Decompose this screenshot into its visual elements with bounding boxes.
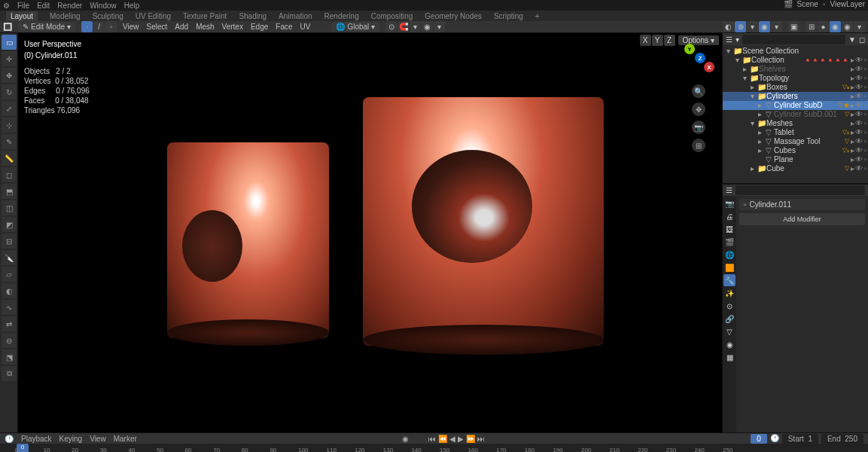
tool-extrude[interactable]: ⬒	[2, 184, 17, 199]
tree-row[interactable]: ▸📁Cube▽▸👁▫	[723, 164, 868, 173]
ptab-render[interactable]: 📷	[723, 197, 736, 209]
tree-row[interactable]: ▾📁Meshes▸👁▫	[723, 119, 868, 128]
face-select-button[interactable]: ▫	[105, 21, 117, 32]
tool-edgeslide[interactable]: ⇄	[2, 316, 17, 331]
ptab-constraints[interactable]: 🔗	[723, 313, 736, 325]
timeline-ruler[interactable]: 0 01020304050607080901001101201301401501…	[0, 444, 868, 452]
tree-row[interactable]: ▾📁Cylinders▸👁▫	[723, 92, 868, 101]
menu-add[interactable]: Add	[175, 23, 188, 31]
tab-layout[interactable]: Layout	[6, 11, 38, 21]
tree-row[interactable]: ▸▽Cubes▽₂▸👁▫	[723, 146, 868, 155]
perspective-icon[interactable]: ⊞	[692, 139, 705, 152]
menu-window[interactable]: Window	[90, 2, 117, 10]
tab-shading[interactable]: Shading	[239, 12, 266, 20]
zoom-icon[interactable]: 🔍	[692, 84, 705, 98]
rendered-shading-button[interactable]: ◉	[842, 21, 853, 32]
tl-menu-view[interactable]: View	[90, 435, 106, 443]
overlay-toggle-button[interactable]: ◉	[759, 21, 770, 32]
tab-modeling[interactable]: Modeling	[50, 12, 81, 20]
ptab-world[interactable]: 🌐	[723, 249, 736, 261]
tab-add[interactable]: +	[535, 12, 540, 20]
snap-button[interactable]: 🧲	[397, 21, 409, 32]
new-collection-icon[interactable]: ◻	[859, 35, 865, 44]
axis-y-lock[interactable]: Y	[652, 35, 663, 46]
clock-icon[interactable]: 🕐	[770, 434, 779, 444]
tl-menu-playback[interactable]: Playback	[21, 435, 52, 443]
tool-select-box[interactable]: ▭	[2, 35, 17, 50]
tab-rendering[interactable]: Rendering	[324, 12, 359, 20]
pivot-button[interactable]: ⊙	[385, 21, 397, 32]
tool-move[interactable]: ✥	[2, 68, 17, 83]
snap-target-button[interactable]: ▾	[410, 21, 421, 32]
scene-name[interactable]: Scene	[797, 0, 818, 8]
axis-x-lock[interactable]: X	[640, 35, 651, 46]
axis-z-icon[interactable]: Z	[695, 53, 705, 63]
viewlayer-name[interactable]: ViewLayer	[830, 0, 865, 8]
tool-rotate[interactable]: ↻	[2, 84, 17, 99]
camera-icon[interactable]: 📷	[692, 121, 705, 134]
ptab-scene[interactable]: 🎬	[723, 236, 736, 248]
jump-start-icon[interactable]: ⏮	[428, 435, 436, 443]
wireframe-shading-button[interactable]: ⊞	[806, 21, 817, 32]
timeline-type-icon[interactable]: 🕐	[5, 435, 14, 443]
tab-uvediting[interactable]: UV Editing	[136, 12, 171, 20]
tree-row[interactable]: ▸▽Cylinder SubD.001▽▸👁▫	[723, 110, 868, 119]
tool-loopcut[interactable]: ⊟	[2, 234, 17, 249]
ptab-texture[interactable]: ▦	[723, 351, 736, 363]
ptab-material[interactable]: ◉	[723, 338, 736, 350]
tool-add-cube[interactable]: ◻	[2, 167, 17, 182]
edge-select-button[interactable]: /	[93, 21, 105, 32]
tree-row[interactable]: ▸📁Boxes▽₃▸👁▫	[723, 83, 868, 92]
tool-inset[interactable]: ◫	[2, 200, 17, 215]
mesh-display-button[interactable]: ◐	[723, 21, 734, 32]
shading-dropdown-button[interactable]: ▾	[854, 21, 865, 32]
axis-x-icon[interactable]: X	[704, 62, 714, 72]
tab-compositing[interactable]: Compositing	[371, 12, 413, 20]
ptab-physics[interactable]: ⊙	[723, 300, 736, 312]
tab-geometrynodes[interactable]: Geometry Nodes	[425, 12, 482, 20]
tool-bevel[interactable]: ◩	[2, 217, 17, 232]
proportional-button[interactable]: ◉	[422, 21, 433, 32]
tool-transform[interactable]: ⊹	[2, 118, 17, 133]
ptab-particles[interactable]: ✨	[723, 287, 736, 299]
outliner-type-icon[interactable]: ☰	[726, 35, 732, 44]
jump-end-icon[interactable]: ⏭	[477, 435, 485, 443]
tree-row[interactable]: ▾📁Topology▸👁▫	[723, 74, 868, 83]
tool-smooth[interactable]: ∿	[2, 300, 17, 315]
tool-annotate[interactable]: ✎	[2, 134, 17, 149]
menu-edit[interactable]: Edit	[37, 2, 50, 10]
tl-menu-marker[interactable]: Marker	[114, 435, 137, 443]
tab-sculpting[interactable]: Sculpting	[93, 12, 123, 20]
ptab-viewlayer[interactable]: 🖼	[723, 223, 736, 235]
tree-row[interactable]: ▾📁Collection🔺🔺🔺🔺🔺🔺▸👁▫	[723, 56, 868, 65]
tree-row[interactable]: ▸📁Shelves▸👁▫	[723, 65, 868, 74]
menu-mesh[interactable]: Mesh	[196, 23, 214, 31]
overlay-dropdown-button[interactable]: ▾	[771, 21, 782, 32]
orientation-dropdown[interactable]: 🌐 Global ▾	[331, 22, 379, 32]
proportional-falloff-button[interactable]: ▾	[434, 21, 445, 32]
jump-next-icon[interactable]: ⏩	[466, 435, 475, 443]
tl-menu-keying[interactable]: Keying	[59, 435, 83, 443]
tab-texturepaint[interactable]: Texture Paint	[183, 12, 227, 20]
xray-button[interactable]: ▣	[788, 21, 799, 32]
props-editor-icon[interactable]: ☰	[726, 186, 732, 194]
tab-scripting[interactable]: Scripting	[494, 12, 523, 20]
tree-row[interactable]: ▸▽Tablet▽₂▸👁▫	[723, 128, 868, 137]
ptab-modifiers[interactable]: 🔧	[723, 274, 736, 286]
jump-prev-icon[interactable]: ⏪	[438, 435, 447, 443]
tool-cursor[interactable]: ✛	[2, 51, 17, 66]
orbit-gizmo[interactable]: Y Z X	[680, 39, 717, 77]
solid-shading-button[interactable]: ●	[818, 21, 829, 32]
autokey-icon[interactable]: ◉	[402, 435, 409, 443]
menu-edge[interactable]: Edge	[251, 23, 268, 31]
tree-row[interactable]: ▸▽Massage Tool▽▸👁▫	[723, 137, 868, 146]
mode-dropdown[interactable]: ✎ Edit Mode ▾	[18, 22, 75, 32]
props-search-input[interactable]	[736, 185, 865, 195]
menu-vertex[interactable]: Vertex	[222, 23, 243, 31]
tool-scale[interactable]: ⤢	[2, 101, 17, 116]
tree-row[interactable]: ▽Plane▸👁▫	[723, 155, 868, 164]
menu-uv[interactable]: UV	[300, 23, 311, 31]
editor-type-icon[interactable]: 🔳	[3, 23, 12, 31]
tool-shear[interactable]: ⬔	[2, 350, 17, 365]
menu-select[interactable]: Select	[147, 23, 168, 31]
